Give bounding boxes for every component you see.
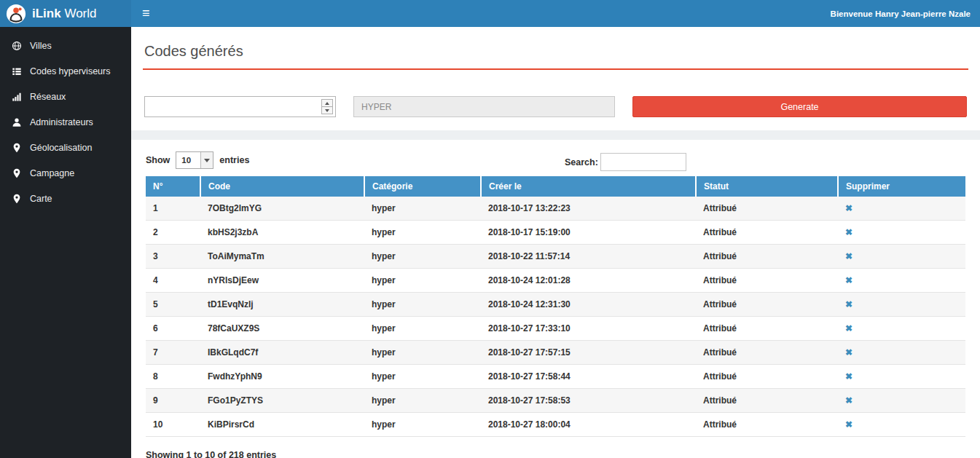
cell-delete: ✖ [838,269,965,293]
cell-delete: ✖ [838,221,965,245]
cell-status: Attribué [696,413,838,437]
cell-category: hyper [364,365,481,389]
delete-icon[interactable]: ✖ [845,419,852,430]
cell-code: nYRlsDjEew [200,269,364,293]
sidebar-item-villes[interactable]: Villes [0,33,131,58]
sidebar-item-codes-hyperviseurs[interactable]: Codes hyperviseurs [0,58,131,84]
brand-title: iLink World [32,7,96,21]
signal-icon [11,91,22,102]
cell-category: hyper [364,221,481,245]
search-input[interactable] [600,153,686,171]
header-category[interactable]: Catégorie [364,176,481,197]
cell-num: 9 [146,389,200,413]
map-marker-icon [11,167,22,178]
cell-code: FwdhzYphN9 [200,365,364,389]
cell-delete: ✖ [838,245,965,269]
cell-num: 3 [146,245,200,269]
table-row: 17OBtg2lmYGhyper2018-10-17 13:22:23Attri… [146,197,965,221]
category-field [353,96,615,117]
cell-created: 2018-10-27 17:33:10 [481,317,696,341]
cell-num: 1 [146,197,200,221]
cell-delete: ✖ [838,293,965,317]
generate-button[interactable]: Generate [632,96,967,117]
sidebar-item-geolocalisation[interactable]: Géolocalisation [0,135,131,160]
globe-icon [11,40,22,51]
welcome-user-name: Hanry Jean-pierre Nzale [875,9,971,18]
hamburger-menu-icon[interactable]: ≡ [131,0,161,27]
delete-icon[interactable]: ✖ [845,275,852,285]
page-length-control: Show 10 entries [146,151,965,169]
stepper-arrows[interactable] [321,99,333,114]
cell-status: Attribué [696,389,838,413]
cell-delete: ✖ [838,341,965,365]
cell-delete: ✖ [838,389,965,413]
cell-num: 7 [146,341,200,365]
cell-num: 10 [146,413,200,437]
cell-status: Attribué [696,293,838,317]
sidebar-item-administrateurs[interactable]: Administrateurs [0,109,131,135]
welcome-prefix: Bienvenue [831,9,875,18]
welcome-text: Bienvenue Hanry Jean-pierre Nzale [831,9,980,18]
cell-status: Attribué [696,197,838,221]
table-row: 5tD1EvqNzljhyper2018-10-24 12:31:30Attri… [146,293,965,317]
sidebar-item-reseaux[interactable]: Réseaux [0,84,131,109]
header-num[interactable]: N° [146,176,200,197]
cell-code: IBkGLqdC7f [200,341,364,365]
stepper-down-icon[interactable] [322,107,332,114]
generate-form: Generate [143,96,968,117]
cell-code: 7OBtg2lmYG [200,197,364,221]
sidebar-item-campagne[interactable]: Campagne [0,160,131,186]
table-row: 3ToAiMymaTmhyper2018-10-22 11:57:14Attri… [146,245,965,269]
map-marker-icon [11,193,22,204]
header-created[interactable]: Créer le [481,176,696,197]
delete-icon[interactable]: ✖ [845,203,852,213]
codes-table: N° Code Catégorie Créer le Statut Suppri… [146,176,965,437]
generate-panel: Codes générés Generate [131,27,980,130]
cell-created: 2018-10-27 18:00:04 [481,413,696,437]
cell-num: 5 [146,293,200,317]
page-title: Codes générés [144,43,968,60]
cell-category: hyper [364,389,481,413]
cell-code: tD1EvqNzlj [200,293,364,317]
brand-light: World [61,7,97,20]
cell-created: 2018-10-27 17:58:44 [481,365,696,389]
sidebar-item-label: Géolocalisation [30,143,92,153]
delete-icon[interactable]: ✖ [845,299,852,309]
search-label: Search: [565,157,598,167]
cell-status: Attribué [696,365,838,389]
cell-created: 2018-10-24 12:31:30 [481,293,696,317]
quantity-stepper[interactable] [144,96,336,117]
header-status[interactable]: Statut [696,176,838,197]
cell-num: 4 [146,269,200,293]
table-row: 10KiBPirsrCdhyper2018-10-27 18:00:04Attr… [146,413,965,437]
delete-icon[interactable]: ✖ [845,395,852,406]
table-header: N° Code Catégorie Créer le Statut Suppri… [146,176,965,197]
table-footer: Showing 1 to 10 of 218 entries Previous … [146,446,965,458]
cell-status: Attribué [696,221,838,245]
header-code[interactable]: Code [200,176,364,197]
cell-category: hyper [364,341,481,365]
sidebar-item-carte[interactable]: Carte [0,186,131,211]
delete-icon[interactable]: ✖ [845,227,852,237]
cell-delete: ✖ [838,365,965,389]
header-delete[interactable]: Supprimer [838,176,965,197]
delete-icon[interactable]: ✖ [845,371,852,382]
sidebar-item-label: Codes hyperviseurs [30,66,110,76]
delete-icon[interactable]: ✖ [845,323,852,333]
page-length-select[interactable]: 10 [176,151,213,169]
cell-category: hyper [364,269,481,293]
cell-code: 78fCaUXZ9S [200,317,364,341]
stepper-up-icon[interactable] [322,100,332,107]
table-body: 17OBtg2lmYGhyper2018-10-17 13:22:23Attri… [146,197,965,437]
table-row: 9FGo1PyZTYShyper2018-10-27 17:58:53Attri… [146,389,965,413]
cell-created: 2018-10-24 12:01:28 [481,269,696,293]
sidebar-item-label: Administrateurs [30,117,93,127]
map-marker-icon [11,142,22,153]
top-navbar: iLink World ≡ Bienvenue Hanry Jean-pierr… [0,0,980,27]
delete-icon[interactable]: ✖ [845,251,852,261]
sidebar-item-label: Villes [30,41,52,51]
sidebar-item-label: Campagne [30,168,74,178]
cell-num: 6 [146,317,200,341]
cell-status: Attribué [696,245,838,269]
delete-icon[interactable]: ✖ [845,347,852,358]
